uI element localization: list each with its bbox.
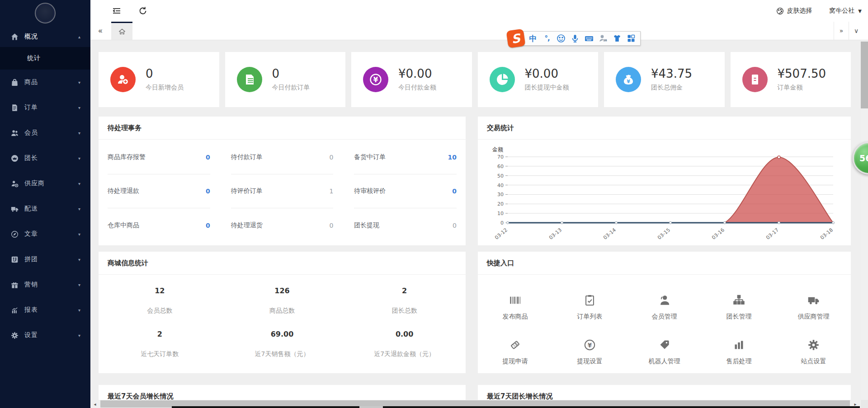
skin-select-label: 皮肤选择 bbox=[787, 7, 812, 15]
ime-emoji-button[interactable] bbox=[556, 33, 566, 44]
pending-panel-title: 待处理事务 bbox=[99, 117, 466, 140]
ime-chinese-mode-button[interactable]: 中 bbox=[528, 33, 538, 44]
sidebar-item-members[interactable]: 会员 ▾ bbox=[0, 120, 90, 145]
sidebar-item-leader[interactable]: 团长 ▾ bbox=[0, 145, 90, 171]
chevron-down-icon: ▼ bbox=[858, 9, 862, 14]
tabs-scroll-right-button[interactable]: » bbox=[834, 22, 849, 40]
sidebar-item-orders[interactable]: 订单 ▾ bbox=[0, 95, 90, 120]
mall-stat: 0.00近7天退款金额（元） bbox=[343, 330, 466, 373]
ime-toolbar-bar: 中 °, 16 bbox=[522, 31, 641, 46]
stat-card-paid-amount: ¥ ¥0.00 今日付款金额 bbox=[351, 52, 472, 107]
sidebar-item-reports[interactable]: 报表 ▾ bbox=[0, 297, 90, 323]
svg-text:03-13: 03-13 bbox=[548, 227, 563, 241]
quick-entry-aftersale[interactable]: 售后处理 bbox=[702, 329, 776, 373]
svg-text:¥: ¥ bbox=[373, 76, 378, 84]
sidebar-item-statistics[interactable]: 统计 bbox=[0, 47, 90, 70]
quick-entry-robot-manage[interactable]: 机器人管理 bbox=[627, 329, 702, 373]
ime-skin-tshirt-button[interactable] bbox=[612, 33, 623, 44]
quick-entry-panel: 快捷入口 发布商品 订单列表 会员管理 团长管理 bbox=[478, 252, 851, 373]
tabbar: « » ∨ bbox=[90, 22, 868, 40]
mall-stat: 2团长总数 bbox=[343, 286, 466, 330]
ime-keyboard-button[interactable] bbox=[584, 33, 594, 44]
account-menu[interactable]: 窝牛公社 ▼ bbox=[829, 7, 862, 15]
skin-select[interactable]: 皮肤选择 bbox=[776, 7, 812, 15]
ime-account-button[interactable]: 16 bbox=[598, 33, 609, 44]
collapse-menu-icon[interactable] bbox=[112, 6, 121, 15]
ime-menu-grid-button[interactable] bbox=[626, 33, 637, 44]
svg-text:03-15: 03-15 bbox=[656, 227, 671, 241]
sogou-logo-icon[interactable]: S bbox=[506, 29, 526, 48]
sidebar-item-goods[interactable]: 商品 ▾ bbox=[0, 70, 90, 95]
quick-entry-supplier-manage[interactable]: 供应商管理 bbox=[776, 285, 851, 329]
sidebar-item-settings[interactable]: 设置 ▾ bbox=[0, 323, 90, 348]
svg-text:20: 20 bbox=[497, 201, 504, 207]
quick-entry-withdraw-settings[interactable]: ¥ 提现设置 bbox=[552, 329, 627, 373]
bar-chart-icon bbox=[733, 338, 745, 352]
pie-chart-icon bbox=[490, 67, 515, 92]
quick-entry-member-manage[interactable]: 会员管理 bbox=[627, 285, 702, 329]
chevron-down-icon: ▾ bbox=[78, 206, 80, 211]
quick-entry-site-settings[interactable]: 站点设置 bbox=[776, 329, 851, 373]
supplier-icon bbox=[11, 180, 19, 188]
truck-icon bbox=[11, 205, 19, 213]
stat-card-withdrawing: ¥0.00 团长提现中金额 bbox=[478, 52, 599, 107]
sidebar-item-marketing[interactable]: 营销 ▾ bbox=[0, 272, 90, 297]
svg-text:¥: ¥ bbox=[627, 79, 630, 84]
chevron-down-icon: ▾ bbox=[78, 80, 80, 85]
tabs-menu-button[interactable]: ∨ bbox=[849, 22, 863, 40]
quick-entry-grid: 发布商品 订单列表 会员管理 团长管理 供应商管理 bbox=[478, 275, 851, 373]
sidebar-item-articles[interactable]: 文章 ▾ bbox=[0, 221, 90, 247]
crown-badge-icon bbox=[11, 155, 19, 162]
vertical-scrollbar-thumb[interactable] bbox=[861, 42, 868, 108]
stat-card-commission: ¥ ¥43.75 团长总佣金 bbox=[604, 52, 725, 107]
chevron-down-icon: ▾ bbox=[78, 282, 80, 287]
mall-stat: 126商品总数 bbox=[221, 286, 344, 330]
trade-stats-panel: 交易统计 金额01020304050607003-1203-1303-1403-… bbox=[478, 117, 851, 245]
sidebar-item-delivery[interactable]: 配送 ▾ bbox=[0, 196, 90, 221]
svg-text:03-12: 03-12 bbox=[494, 227, 509, 241]
chevron-up-icon: ▴ bbox=[78, 34, 80, 39]
stat-value: ¥0.00 bbox=[525, 67, 569, 80]
ime-punctuation-button[interactable]: °, bbox=[542, 33, 552, 44]
paid-order-doc-icon bbox=[237, 67, 262, 92]
sidebar-item-supplier[interactable]: 供应商 ▾ bbox=[0, 171, 90, 196]
pending-item: 仓库中商品0 bbox=[108, 208, 210, 242]
svg-text:金额: 金额 bbox=[492, 146, 503, 153]
svg-text:10: 10 bbox=[497, 211, 504, 216]
palette-icon bbox=[776, 7, 784, 15]
pending-value-link[interactable]: 0 bbox=[206, 188, 210, 195]
groupbuy-square-icon bbox=[11, 256, 19, 263]
scroll-left-arrow-icon[interactable]: ◂ bbox=[90, 400, 99, 408]
ime-toolbar: S 中 °, 16 bbox=[507, 30, 641, 47]
account-name: 窝牛公社 bbox=[829, 7, 854, 15]
quick-entry-leader-manage[interactable]: 团长管理 bbox=[702, 285, 776, 329]
trade-chart-wrap: 金额01020304050607003-1203-1303-1403-1503-… bbox=[478, 140, 851, 245]
refresh-icon[interactable] bbox=[138, 6, 147, 15]
pending-panel: 待处理事务 商品库存报警0 待付款订单0 备货中订单10 待处理退款0 待评价订… bbox=[99, 117, 466, 245]
chevron-down-icon: ▾ bbox=[78, 156, 80, 161]
pending-grid: 商品库存报警0 待付款订单0 备货中订单10 待处理退款0 待评价订单1 待审核… bbox=[99, 140, 466, 242]
tab-home[interactable] bbox=[111, 22, 132, 40]
sidebar: 概况 ▴ 统计 商品 ▾ 订单 ▾ 会员 ▾ 团长 ▾ 供 bbox=[0, 0, 90, 408]
report-chart-icon bbox=[11, 306, 19, 314]
quick-entry-withdraw-apply[interactable]: 提现申请 bbox=[478, 329, 552, 373]
quick-entry-order-list[interactable]: 订单列表 bbox=[552, 285, 627, 329]
stat-card-paid-orders: 0 今日付款订单 bbox=[225, 52, 346, 107]
pending-item: 备货中订单10 bbox=[354, 141, 457, 174]
pending-value-link[interactable]: 10 bbox=[448, 154, 457, 161]
vertical-scrollbar[interactable] bbox=[861, 40, 868, 400]
quick-entry-publish-goods[interactable]: 发布商品 bbox=[478, 285, 552, 329]
order-document-icon bbox=[11, 104, 19, 112]
member-icon bbox=[658, 293, 670, 307]
pending-value-link[interactable]: 0 bbox=[206, 154, 210, 161]
pending-value-link[interactable]: 0 bbox=[206, 222, 210, 229]
site-logo bbox=[35, 3, 56, 23]
tabs-scroll-left-button[interactable]: « bbox=[90, 22, 110, 40]
stat-value: ¥507.50 bbox=[778, 67, 826, 80]
sidebar-item-overview[interactable]: 概况 ▴ bbox=[0, 26, 90, 47]
stat-label: 订单金额 bbox=[778, 84, 826, 92]
pending-value-link[interactable]: 0 bbox=[452, 188, 457, 195]
ime-voice-button[interactable] bbox=[570, 33, 580, 44]
svg-text:03-14: 03-14 bbox=[602, 227, 617, 241]
sidebar-item-groupbuy[interactable]: 拼团 ▾ bbox=[0, 247, 90, 272]
